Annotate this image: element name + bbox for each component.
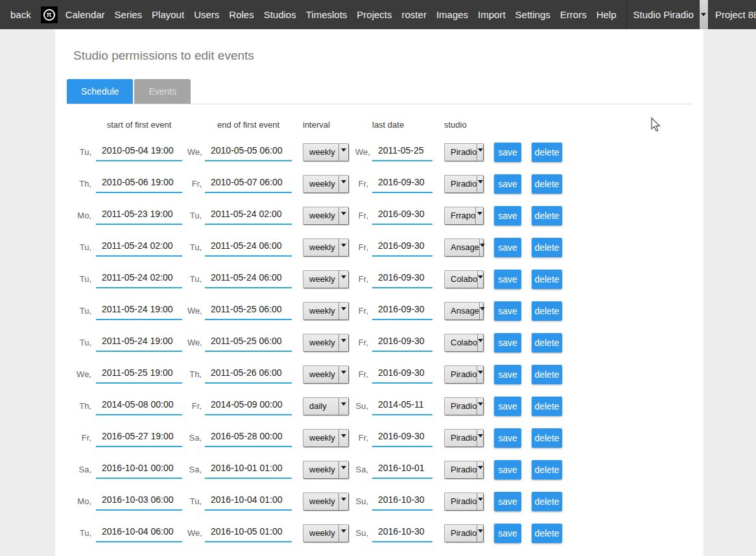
start-datetime-input[interactable] <box>96 207 182 225</box>
studio-select[interactable]: Piradio <box>444 524 484 542</box>
last-date-input[interactable] <box>372 175 432 193</box>
delete-button[interactable]: delete <box>532 301 562 321</box>
interval-select[interactable]: weekly <box>303 207 349 225</box>
start-datetime-input[interactable] <box>96 238 182 257</box>
nav-item-series[interactable]: Series <box>115 9 143 20</box>
interval-select[interactable]: weekly <box>303 365 349 384</box>
studio-select[interactable]: Colabo <box>444 334 484 352</box>
last-date-input[interactable] <box>372 334 432 352</box>
end-datetime-input[interactable] <box>205 365 292 384</box>
end-datetime-input[interactable] <box>205 429 292 447</box>
studio-select[interactable]: Piradio <box>444 175 484 193</box>
interval-select[interactable]: daily <box>303 397 349 415</box>
studio-select[interactable]: Colabo <box>444 270 484 288</box>
studio-select[interactable]: Piradio <box>444 397 484 415</box>
save-button[interactable]: save <box>494 365 521 384</box>
last-date-input[interactable] <box>372 461 432 479</box>
project-nav-select[interactable]: Project 88vier <box>708 0 756 29</box>
last-date-input[interactable] <box>372 429 432 447</box>
studio-select[interactable]: Ansage <box>444 238 484 257</box>
studio-nav-select[interactable]: Studio Piradio <box>626 0 708 29</box>
interval-select[interactable]: weekly <box>303 143 349 161</box>
studio-select[interactable]: Piradio <box>444 461 484 479</box>
end-datetime-input[interactable] <box>205 492 292 511</box>
end-datetime-input[interactable] <box>205 334 292 352</box>
last-date-input[interactable] <box>372 492 432 511</box>
nav-item-roster[interactable]: roster <box>402 9 427 20</box>
interval-select[interactable]: weekly <box>303 334 349 352</box>
studio-select[interactable]: Frrapo <box>444 207 484 225</box>
studio-select[interactable]: Piradio <box>444 492 484 511</box>
delete-button[interactable]: delete <box>532 238 562 257</box>
delete-button[interactable]: delete <box>532 270 562 289</box>
end-datetime-input[interactable] <box>205 143 292 161</box>
interval-select[interactable]: weekly <box>303 238 349 257</box>
back-link[interactable]: back <box>10 9 31 20</box>
nav-item-timeslots[interactable]: Timeslots <box>306 9 348 20</box>
save-button[interactable]: save <box>494 270 521 289</box>
delete-button[interactable]: delete <box>532 492 562 511</box>
last-date-input[interactable] <box>372 397 432 415</box>
interval-select[interactable]: weekly <box>303 492 349 511</box>
studio-select[interactable]: Ansage <box>444 302 484 320</box>
studio-select[interactable]: Piradio <box>444 143 484 161</box>
end-datetime-input[interactable] <box>205 270 292 288</box>
start-datetime-input[interactable] <box>96 334 182 352</box>
delete-button[interactable]: delete <box>532 143 562 162</box>
nav-item-images[interactable]: Images <box>436 9 468 20</box>
save-button[interactable]: save <box>494 333 521 353</box>
tab-schedule[interactable]: Schedule <box>67 79 133 104</box>
tab-events[interactable]: Events <box>134 79 191 104</box>
studio-select[interactable]: Piradio <box>444 429 484 447</box>
delete-button[interactable]: delete <box>532 524 562 543</box>
interval-select[interactable]: weekly <box>303 270 349 288</box>
save-button[interactable]: save <box>494 397 521 416</box>
nav-item-errors[interactable]: Errors <box>560 9 587 20</box>
interval-select[interactable]: weekly <box>303 302 349 320</box>
interval-select[interactable]: weekly <box>303 461 349 479</box>
delete-button[interactable]: delete <box>532 428 562 448</box>
end-datetime-input[interactable] <box>205 461 292 479</box>
nav-item-settings[interactable]: Settings <box>515 9 550 20</box>
start-datetime-input[interactable] <box>96 270 182 288</box>
nav-item-playout[interactable]: Playout <box>152 9 184 20</box>
save-button[interactable]: save <box>494 238 521 257</box>
save-button[interactable]: save <box>494 428 521 448</box>
last-date-input[interactable] <box>372 270 432 288</box>
delete-button[interactable]: delete <box>532 333 562 353</box>
pi-radio-logo-icon[interactable]: π <box>41 6 58 23</box>
interval-select[interactable]: weekly <box>303 175 349 193</box>
save-button[interactable]: save <box>494 206 521 226</box>
save-button[interactable]: save <box>494 460 521 480</box>
nav-item-help[interactable]: Help <box>597 9 617 20</box>
end-datetime-input[interactable] <box>205 238 292 257</box>
interval-select[interactable]: weekly <box>303 429 349 447</box>
nav-item-users[interactable]: Users <box>194 9 219 20</box>
start-datetime-input[interactable] <box>96 302 182 320</box>
nav-item-projects[interactable]: Projects <box>357 9 392 20</box>
save-button[interactable]: save <box>494 301 521 321</box>
start-datetime-input[interactable] <box>96 461 182 479</box>
start-datetime-input[interactable] <box>96 429 182 447</box>
end-datetime-input[interactable] <box>205 397 292 415</box>
save-button[interactable]: save <box>494 143 521 162</box>
end-datetime-input[interactable] <box>205 207 292 225</box>
last-date-input[interactable] <box>372 302 432 320</box>
save-button[interactable]: save <box>494 524 521 543</box>
delete-button[interactable]: delete <box>532 174 562 194</box>
nav-item-import[interactable]: Import <box>478 9 506 20</box>
start-datetime-input[interactable] <box>96 365 182 384</box>
start-datetime-input[interactable] <box>96 175 182 193</box>
last-date-input[interactable] <box>372 238 432 257</box>
save-button[interactable]: save <box>494 492 521 511</box>
delete-button[interactable]: delete <box>532 397 562 416</box>
delete-button[interactable]: delete <box>532 365 562 384</box>
last-date-input[interactable] <box>372 143 432 161</box>
start-datetime-input[interactable] <box>96 397 182 415</box>
interval-select[interactable]: weekly <box>303 524 349 542</box>
start-datetime-input[interactable] <box>96 492 182 511</box>
studio-select[interactable]: Piradio <box>444 365 484 384</box>
nav-item-roles[interactable]: Roles <box>229 9 254 20</box>
delete-button[interactable]: delete <box>532 460 562 480</box>
start-datetime-input[interactable] <box>96 143 182 161</box>
